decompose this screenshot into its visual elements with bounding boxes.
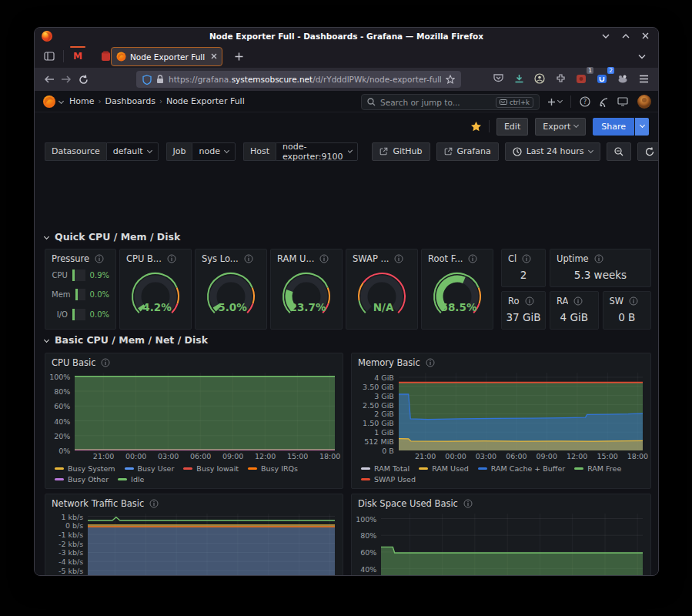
panel-title: SW (610, 296, 624, 306)
org-chevron-icon[interactable] (59, 99, 64, 104)
info-icon[interactable] (394, 254, 403, 263)
refresh-icon (645, 147, 654, 156)
legend-item-busy-user[interactable]: Busy User (125, 464, 175, 473)
extension-misc-icon[interactable] (614, 70, 631, 87)
info-icon[interactable] (319, 254, 329, 263)
legend-item-busy-iowait[interactable]: Busy Iowait (183, 464, 239, 473)
tracking-shield-icon[interactable] (142, 75, 152, 85)
panel-title: Cl (508, 253, 516, 264)
info-icon[interactable] (573, 296, 583, 306)
y-tick-label: 100% (49, 373, 70, 381)
legend-item-busy-system[interactable]: Busy System (55, 464, 115, 473)
info-icon[interactable] (426, 358, 435, 367)
downloads-icon[interactable] (510, 70, 527, 87)
reload-icon[interactable] (75, 71, 92, 88)
chart-body: 100%80%60%40%20%0%21:0000:0003:0006:0009… (45, 370, 343, 462)
add-button[interactable] (547, 98, 562, 106)
gauge-value: 5.0% (218, 301, 247, 313)
extensions-puzzle-icon[interactable] (552, 70, 569, 87)
maximize-button[interactable] (622, 32, 630, 39)
y-tick-label: -1 kb/s (59, 531, 83, 539)
news-rss-icon[interactable] (599, 97, 609, 107)
grafana-logo-icon[interactable] (42, 95, 56, 109)
panel-title: Network Traffic Basic (52, 498, 144, 509)
monitor-icon[interactable] (617, 97, 628, 106)
time-range-picker[interactable]: Last 24 hours (505, 142, 600, 161)
zoom-out-button[interactable] (607, 142, 631, 161)
legend-item-ram-total[interactable]: RAM Total (361, 464, 410, 473)
host-select[interactable]: node-exporter:9100 (276, 142, 358, 161)
breadcrumb-home[interactable]: Home (69, 96, 94, 106)
plot-area[interactable] (75, 373, 335, 450)
user-avatar[interactable] (637, 94, 652, 109)
info-icon[interactable] (463, 499, 473, 508)
share-chevron[interactable] (635, 118, 649, 136)
legend-item-swap-used[interactable]: SWAP Used (361, 475, 416, 484)
bookmark-star-icon[interactable] (446, 75, 455, 84)
lock-icon[interactable] (156, 75, 164, 84)
section-collapse-icon (44, 336, 49, 342)
x-tick-label: 18:00 (319, 452, 340, 460)
legend-item-ram-used[interactable]: RAM Used (419, 464, 469, 473)
help-icon[interactable]: ? (580, 96, 590, 107)
section-basic-cpu[interactable]: Basic CPU / Mem / Net / Disk (45, 334, 208, 346)
pinned-tab-gmail[interactable]: M (68, 46, 88, 66)
legend-item-busy-irqs[interactable]: Busy IRQs (248, 464, 298, 473)
x-tick-label: 21:00 (415, 452, 436, 460)
favorite-star-icon[interactable] (470, 121, 482, 132)
pocket-icon[interactable] (490, 70, 506, 87)
breadcrumb-dashboards[interactable]: Dashboards (105, 96, 155, 106)
info-icon[interactable] (95, 254, 104, 263)
close-button[interactable] (642, 32, 649, 39)
search-shortcut: ctrl+k (496, 97, 533, 108)
legend-item-idle[interactable]: Idle (118, 475, 144, 484)
share-split-button[interactable]: Share (593, 118, 649, 136)
legend-item-busy-other[interactable]: Busy Other (55, 475, 109, 484)
datasource-select[interactable]: default (106, 142, 159, 161)
section-quick-cpu[interactable]: Quick CPU / Mem / Disk (45, 231, 180, 243)
search-input[interactable]: Search or jump to... ctrl+k (361, 94, 540, 110)
sidebar-toggle-icon[interactable] (39, 48, 59, 65)
info-icon[interactable] (167, 254, 176, 263)
pressure-row: I/O0.0% (45, 305, 115, 324)
legend-item-ram-free[interactable]: RAM Free (574, 464, 621, 473)
window-titlebar: Node Exporter Full - Dashboards - Grafan… (35, 28, 658, 45)
active-tab[interactable]: Node Exporter Full - Dashbo (111, 47, 222, 66)
back-icon[interactable] (41, 71, 58, 88)
menu-hamburger-icon[interactable] (635, 70, 652, 87)
plot-area[interactable] (88, 514, 335, 576)
plot-area[interactable] (381, 514, 643, 576)
y-tick-label: 80% (54, 387, 70, 396)
account-icon[interactable] (531, 70, 548, 87)
grafana-link-button[interactable]: Grafana (436, 142, 499, 161)
all-tabs-chevron-icon[interactable] (632, 48, 652, 65)
plot-area[interactable] (399, 373, 643, 450)
gauge-value: 58.5% (441, 301, 477, 313)
extension-red-icon[interactable]: 1 (573, 70, 590, 87)
job-select[interactable]: node (192, 142, 235, 161)
legend-item-ram-cache-buffer[interactable]: RAM Cache + Buffer (478, 464, 565, 473)
share-button[interactable]: Share (593, 118, 634, 136)
info-icon[interactable] (468, 254, 477, 263)
url-bar[interactable]: https://grafana.systemsobscure.net/d/rYd… (136, 71, 461, 88)
extension-blue-icon[interactable]: 2 (593, 70, 610, 87)
new-tab-button[interactable] (229, 48, 249, 65)
tab-close-icon[interactable] (211, 52, 217, 61)
info-icon[interactable] (525, 296, 534, 306)
info-icon[interactable] (629, 296, 638, 306)
info-icon[interactable] (244, 254, 253, 263)
pressure-rows: CPU0.9%Mem0.0%I/O0.0% (45, 266, 115, 329)
chart-svg (88, 514, 335, 576)
github-link-button[interactable]: GitHub (372, 142, 430, 161)
info-icon[interactable] (522, 254, 531, 263)
minimize-button[interactable] (602, 32, 610, 39)
y-tick-label: 1 GiB (374, 428, 394, 437)
forward-icon[interactable] (58, 71, 75, 88)
edit-button[interactable]: Edit (496, 118, 528, 136)
info-icon[interactable] (101, 358, 110, 367)
export-button[interactable]: Export (535, 118, 586, 136)
info-icon[interactable] (149, 499, 159, 508)
refresh-control[interactable]: Refresh 1m (637, 142, 659, 161)
info-icon[interactable] (594, 254, 603, 263)
pressure-bar-gauge (72, 270, 85, 281)
